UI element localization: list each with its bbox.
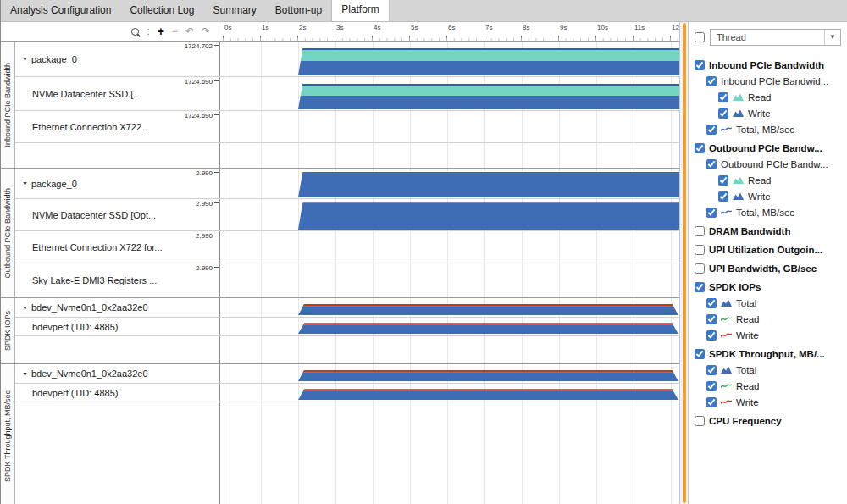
zoom-icon[interactable] <box>131 28 139 36</box>
legend-item-label: Write <box>748 191 771 202</box>
tab-collection-log[interactable]: Collection Log <box>120 0 203 21</box>
row-chart[interactable] <box>220 199 679 230</box>
read-checkbox[interactable] <box>718 92 728 102</box>
row-label[interactable]: ▼package_01724.702 <box>15 42 220 76</box>
ruler-label: 0s <box>224 24 231 31</box>
row-label[interactable]: ▼bdev_Nvme0n1_0x2aa32e0 <box>15 364 220 383</box>
row-chart[interactable] <box>220 263 679 297</box>
expander-icon[interactable]: ▼ <box>22 56 28 62</box>
tab-platform[interactable]: Platform <box>331 0 390 21</box>
total-mb-sec-checkbox[interactable] <box>706 208 717 218</box>
row-chart[interactable] <box>220 42 679 76</box>
row-label[interactable]: Ethernet Connection X722 for...2.990 <box>15 231 220 263</box>
chart-area-iops <box>298 389 678 400</box>
row-chart[interactable] <box>220 384 679 402</box>
row-max-value: 2.990 <box>196 232 213 240</box>
legend-item-label: Write <box>748 108 771 119</box>
legend-item-read: Read <box>695 89 847 105</box>
axis-max-tick <box>214 267 219 268</box>
row-chart[interactable] <box>220 336 679 363</box>
chart-area-iops <box>298 370 678 381</box>
row-chart[interactable] <box>220 298 679 317</box>
legend-item-label: Write <box>736 330 759 341</box>
row-label[interactable]: Ethernet Connection X722...1724.690 <box>15 111 220 142</box>
total-mb-sec-checkbox[interactable] <box>706 125 717 135</box>
write-checkbox[interactable] <box>718 108 728 119</box>
thread-filter-checkbox[interactable] <box>695 32 705 42</box>
legend-item-label: SPDK IOPs <box>709 282 761 292</box>
row-chart[interactable] <box>220 318 679 335</box>
section-rows: ▼bdev_Nvme0n1_0x2aa32e0bdevperf (TID: 48… <box>15 298 679 363</box>
expander-icon[interactable]: ▼ <box>22 180 28 186</box>
row-label[interactable]: Sky Lake-E DMI3 Registers ...2.990 <box>15 263 220 297</box>
row-label[interactable] <box>15 143 220 168</box>
legend-item-label: Total, MB/sec <box>736 125 794 135</box>
total-checkbox[interactable] <box>706 365 717 375</box>
cpu-frequency-checkbox[interactable] <box>695 416 705 426</box>
row-chart[interactable] <box>220 143 679 168</box>
ruler-label: 7s <box>485 24 492 31</box>
outbound-pcie-bandw-checkbox[interactable] <box>706 159 717 169</box>
write-checkbox[interactable] <box>718 191 728 202</box>
row-label[interactable]: ▼bdev_Nvme0n1_0x2aa32e0 <box>15 298 220 317</box>
timeline-row-bdevperf-tid-4885: bdevperf (TID: 4885) <box>15 384 679 402</box>
scrollbar-thumb[interactable] <box>683 23 686 503</box>
zoom-out-button[interactable]: − <box>172 26 178 36</box>
row-label[interactable] <box>15 402 220 504</box>
tab-bottom-up[interactable]: Bottom-up <box>266 0 331 21</box>
area-blue-icon <box>733 192 744 200</box>
ruler-tick <box>484 36 484 41</box>
section-axis-label-spdk-iops: SPDK IOPs <box>1 298 15 363</box>
row-label[interactable]: NVMe Datacenter SSD [Opt...2.990 <box>15 199 220 230</box>
read-checkbox[interactable] <box>706 314 717 324</box>
total-checkbox[interactable] <box>706 298 717 308</box>
write-checkbox[interactable] <box>706 397 717 407</box>
magnifier-glass-icon <box>131 28 139 36</box>
redo-zoom-button[interactable]: ↷ <box>202 26 210 36</box>
dram-bandwidth-checkbox[interactable] <box>695 226 705 236</box>
spdk-throughput-mb-checkbox[interactable] <box>695 349 705 359</box>
tab-analysis-configuration[interactable]: Analysis Configuration <box>1 0 120 21</box>
timeline-row-ethernet-connection-x722: Ethernet Connection X722...1724.690 <box>15 111 679 143</box>
write-series-area <box>298 61 679 75</box>
upi-bandwidth-gb-sec-checkbox[interactable] <box>695 263 705 274</box>
line-green-icon <box>721 382 732 390</box>
row-name: Sky Lake-E DMI3 Registers ... <box>32 275 157 285</box>
expander-icon[interactable]: ▼ <box>22 371 28 377</box>
row-label[interactable]: NVMe Datacenter SSD [...1724.690 <box>15 77 220 110</box>
upi-utilization-outgoin-checkbox[interactable] <box>695 245 705 255</box>
zoom-in-button[interactable]: + <box>158 25 164 37</box>
row-max-value: 2.990 <box>196 264 213 272</box>
row-label[interactable]: bdevperf (TID: 4885) <box>15 318 220 335</box>
ruler-label: 3s <box>336 24 343 31</box>
ruler-label: 5s <box>411 24 418 31</box>
row-chart[interactable] <box>220 111 679 142</box>
read-checkbox[interactable] <box>706 381 717 391</box>
undo-zoom-button[interactable]: ↶ <box>185 26 194 36</box>
expander-icon[interactable]: ▼ <box>22 305 28 311</box>
tab-bar: Analysis ConfigurationCollection LogSumm… <box>1 0 847 22</box>
row-label[interactable]: ▼package_02.990 <box>15 169 220 198</box>
read-checkbox[interactable] <box>718 175 728 186</box>
spdk-iops-checkbox[interactable] <box>695 282 705 292</box>
row-chart[interactable] <box>220 169 679 198</box>
legend-item-label: Read <box>736 381 760 391</box>
row-chart[interactable] <box>220 364 679 383</box>
inbound-pcie-bandwidth-checkbox[interactable] <box>695 60 705 70</box>
inbound-pcie-bandwid-checkbox[interactable] <box>706 76 717 86</box>
write-checkbox[interactable] <box>706 330 717 341</box>
row-chart[interactable] <box>220 231 679 263</box>
ruler-label: 4s <box>374 24 380 31</box>
row-chart[interactable] <box>220 77 679 110</box>
line-red-icon <box>721 331 732 339</box>
tab-summary[interactable]: Summary <box>203 0 265 21</box>
row-label[interactable] <box>15 336 220 363</box>
axis-max-tick <box>214 235 219 235</box>
legend-item-upi-bandwidth-gb-sec: UPI Bandwidth, GB/sec <box>695 260 847 276</box>
row-label[interactable]: bdevperf (TID: 4885) <box>15 384 220 402</box>
row-chart[interactable] <box>220 402 679 504</box>
vertical-scrollbar[interactable] <box>679 22 689 504</box>
time-ruler[interactable]: 0s1s2s3s4s5s6s7s8s9s10s11s12s <box>219 22 679 41</box>
thread-filter-dropdown[interactable]: Thread ▼ <box>710 29 841 46</box>
outbound-pcie-bandw-checkbox[interactable] <box>695 143 705 153</box>
